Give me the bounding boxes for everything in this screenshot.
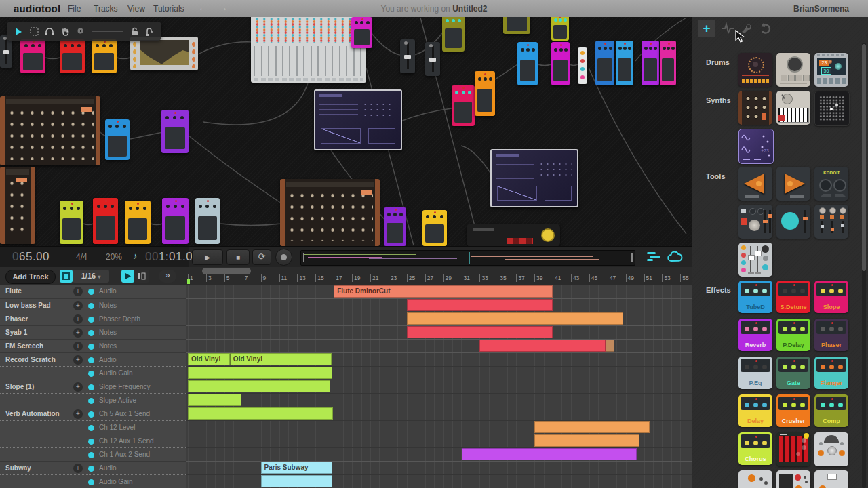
lane-color-dot[interactable] bbox=[88, 479, 94, 485]
clip-old-vinyl[interactable]: Old Vinyl bbox=[230, 353, 332, 365]
device-pedal[interactable] bbox=[60, 39, 85, 73]
device-pedal[interactable] bbox=[452, 85, 475, 126]
device-heisen[interactable] bbox=[490, 149, 578, 207]
track-row-phaser[interactable]: Phaser+Phaser Depth bbox=[0, 312, 186, 325]
track-row-audio-gain[interactable]: Audio Gain bbox=[0, 366, 186, 380]
browser-item-chorus[interactable]: Chorus bbox=[738, 432, 772, 465]
lane-color-dot[interactable] bbox=[88, 289, 94, 295]
pattern-view-button[interactable] bbox=[134, 270, 149, 283]
track-name[interactable]: Flute bbox=[5, 287, 22, 295]
device-heisen[interactable] bbox=[314, 89, 402, 150]
device-pedal[interactable] bbox=[384, 207, 406, 246]
browser-item-audio-track[interactable] bbox=[738, 205, 772, 239]
device-pedal[interactable] bbox=[195, 198, 220, 244]
cloud-icon[interactable] bbox=[667, 251, 684, 266]
scrub-playhead[interactable] bbox=[307, 251, 307, 264]
clip[interactable] bbox=[261, 475, 332, 487]
browser-item-merger[interactable] bbox=[738, 167, 772, 201]
device-curve[interactable] bbox=[130, 37, 198, 70]
tempo-display[interactable]: 065.00 bbox=[12, 250, 50, 264]
browser-item-gray-device-4[interactable] bbox=[814, 470, 848, 488]
pointer-tool-icon[interactable] bbox=[14, 26, 23, 36]
clip-old-vinyl[interactable]: Old Vinyl bbox=[188, 353, 230, 365]
track-row-low-bass-pad[interactable]: Low bass Pad+Notes bbox=[0, 298, 186, 312]
song-overview-scrubber[interactable] bbox=[300, 250, 635, 266]
record-button[interactable] bbox=[275, 249, 292, 266]
zoom-icon[interactable] bbox=[76, 26, 85, 36]
device-pedal[interactable] bbox=[503, 17, 530, 34]
track-name[interactable]: Syab 1 bbox=[5, 329, 27, 336]
browser-item-s.detune[interactable]: S.Detune bbox=[776, 281, 810, 313]
browser-item-phaser[interactable]: Phaser bbox=[814, 319, 848, 351]
device-pedal[interactable] bbox=[551, 17, 569, 41]
device-pedal[interactable] bbox=[475, 71, 495, 116]
track-name[interactable]: Subway bbox=[5, 464, 31, 472]
lane-color-dot[interactable] bbox=[88, 439, 94, 445]
track-row-ch-1-aux-2-send[interactable]: Ch 1 Aux 2 Send bbox=[0, 447, 186, 461]
snap-toggle-button[interactable] bbox=[60, 270, 73, 283]
scrub-right-handle[interactable] bbox=[631, 253, 633, 262]
browser-item-reverb[interactable]: Reverb bbox=[738, 319, 772, 351]
track-name[interactable]: Verb Automation bbox=[5, 410, 60, 418]
automation-icon[interactable] bbox=[721, 22, 734, 35]
clip-flute-dminorcut[interactable]: Flute DminorCut bbox=[334, 285, 553, 298]
device-pedal[interactable] bbox=[161, 110, 189, 153]
clip[interactable] bbox=[606, 340, 614, 352]
clip[interactable] bbox=[479, 340, 606, 352]
lane-color-dot[interactable] bbox=[88, 371, 94, 377]
browser-item-gate[interactable]: Gate bbox=[776, 357, 810, 389]
device-pedal[interactable] bbox=[660, 41, 676, 85]
loop-button[interactable]: ⟳ bbox=[252, 249, 271, 265]
lane-color-dot[interactable] bbox=[88, 452, 94, 458]
device-pedal[interactable] bbox=[422, 210, 447, 246]
device-pedal[interactable] bbox=[105, 119, 130, 160]
timeline-lane[interactable] bbox=[186, 393, 692, 407]
browser-item-flanger[interactable]: Flanger bbox=[814, 357, 848, 389]
device-strip[interactable] bbox=[578, 47, 587, 84]
lane-color-dot[interactable] bbox=[88, 303, 94, 309]
clip[interactable] bbox=[407, 326, 553, 338]
track-add-button[interactable]: + bbox=[73, 464, 83, 473]
arrangement-icon[interactable] bbox=[646, 251, 662, 266]
device-pedal[interactable] bbox=[551, 42, 570, 85]
track-name[interactable]: Slope (1) bbox=[5, 383, 34, 390]
track-name[interactable]: Phaser bbox=[5, 315, 28, 323]
headphones-icon[interactable] bbox=[45, 26, 54, 36]
track-add-button[interactable]: + bbox=[73, 328, 83, 338]
device-wood[interactable] bbox=[280, 179, 380, 246]
browser-item-waveform-tool[interactable] bbox=[776, 205, 810, 239]
clip[interactable] bbox=[534, 434, 639, 447]
track-row-record-scratch[interactable]: Record Scratch+Audio bbox=[0, 352, 186, 366]
timeline-ruler[interactable]: 1357911131517192123252729313335373941434… bbox=[186, 267, 692, 285]
time-signature[interactable]: 4/4 bbox=[76, 252, 87, 262]
device-pedal[interactable] bbox=[517, 42, 538, 85]
device-pedal[interactable] bbox=[93, 198, 118, 244]
clip[interactable] bbox=[407, 312, 623, 325]
browser-item-crossfade-tool[interactable] bbox=[814, 205, 848, 239]
track-add-button[interactable]: + bbox=[73, 287, 83, 296]
browser-item-drum-machine-digital[interactable]: 2356 bbox=[814, 53, 848, 87]
clip[interactable] bbox=[534, 421, 649, 433]
track-row-fm-screech[interactable]: FM Screech+Notes bbox=[0, 339, 186, 352]
browser-item-delay[interactable]: Delay bbox=[738, 394, 772, 427]
device-slider[interactable] bbox=[425, 42, 440, 76]
browser-item-channel-strip[interactable] bbox=[738, 243, 772, 277]
lane-color-dot[interactable] bbox=[88, 330, 94, 336]
browser-item-crusher[interactable]: Crusher bbox=[776, 394, 810, 427]
clip[interactable] bbox=[188, 407, 333, 420]
lock-icon[interactable] bbox=[130, 26, 139, 36]
track-row-flute[interactable]: Flute+Audio bbox=[0, 285, 186, 298]
clip-paris-subway[interactable]: Paris Subway bbox=[261, 462, 332, 474]
browser-item-gray-arc-device[interactable] bbox=[814, 432, 848, 466]
undo-icon[interactable] bbox=[759, 22, 772, 35]
stop-button[interactable]: ■ bbox=[226, 249, 250, 265]
clip[interactable] bbox=[462, 448, 637, 460]
browser-item-drum-machine-knobring[interactable] bbox=[738, 53, 772, 87]
device-mixer[interactable] bbox=[251, 17, 366, 83]
device-wood[interactable] bbox=[0, 96, 100, 165]
device-voboom[interactable] bbox=[467, 224, 560, 246]
track-row-slope-active[interactable]: Slope Active bbox=[0, 393, 186, 407]
zoom-slider[interactable] bbox=[92, 30, 123, 32]
lane-color-dot[interactable] bbox=[88, 357, 94, 363]
browser-item-p.delay[interactable]: P.Delay bbox=[776, 319, 810, 351]
